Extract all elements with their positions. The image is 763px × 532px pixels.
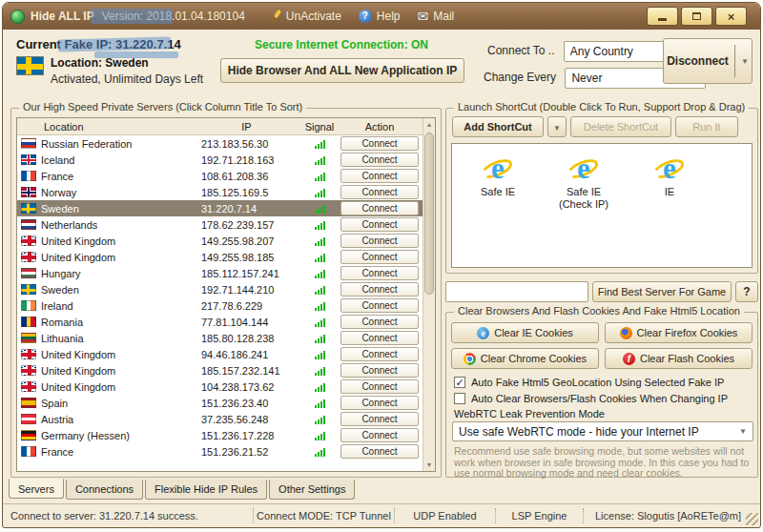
- ie-icon: e: [477, 327, 489, 339]
- shortcut-item[interactable]: eIE: [633, 153, 706, 198]
- location-text: France: [41, 446, 73, 458]
- table-row[interactable]: France108.61.208.36Connect: [17, 168, 435, 184]
- vertical-scrollbar[interactable]: ▲ ▼: [423, 118, 435, 471]
- connect-button[interactable]: Connect: [340, 234, 419, 248]
- shortcut-buttons: Add ShortCut ▼ Delete ShortCut Run It: [452, 116, 738, 137]
- connect-button[interactable]: Connect: [340, 136, 419, 151]
- table-row[interactable]: Sweden192.71.144.210Connect: [17, 281, 435, 297]
- connect-button[interactable]: Connect: [340, 396, 419, 410]
- connect-button[interactable]: Connect: [340, 298, 419, 313]
- resize-grip-icon[interactable]: [746, 513, 758, 525]
- tab-other-settings[interactable]: Other Settings: [269, 480, 355, 500]
- maximize-button[interactable]: [681, 7, 712, 26]
- clear-firefox-cookies-button[interactable]: Clear Firefox Cookies: [605, 322, 753, 343]
- find-best-server-button[interactable]: Find Best Server For Game: [592, 281, 732, 302]
- connect-button[interactable]: Connect: [340, 363, 419, 378]
- tab-connections[interactable]: Connections: [66, 480, 143, 500]
- checkbox-1[interactable]: [454, 393, 465, 404]
- shortcut-list-area[interactable]: eSafe IEeSafe IE (Check IP)eIE: [451, 143, 753, 268]
- scroll-down-icon[interactable]: ▼: [423, 459, 435, 471]
- help-question-button[interactable]: ?: [735, 281, 758, 302]
- status-segment-2: UDP Enabled: [394, 508, 495, 523]
- scroll-up-icon[interactable]: ▲: [423, 118, 435, 131]
- location-text: Sweden: [41, 203, 79, 215]
- connect-button[interactable]: Connect: [340, 169, 419, 183]
- connect-button[interactable]: Connect: [340, 331, 419, 345]
- connect-button[interactable]: Connect: [340, 153, 419, 167]
- unactivate-menu-item[interactable]: UnActivate: [270, 10, 341, 23]
- table-row[interactable]: Ireland217.78.6.229Connect: [17, 297, 435, 314]
- table-row[interactable]: Germany (Hessen)151.236.17.228Connect: [17, 427, 435, 443]
- connect-button[interactable]: Connect: [340, 217, 419, 232]
- table-header-row: LocationIPSignalAction: [17, 118, 423, 135]
- scrollbar-thumb[interactable]: [424, 133, 434, 295]
- help-menu-item[interactable]: ? Help: [359, 10, 401, 23]
- tab-servers[interactable]: Servers: [9, 479, 64, 499]
- minimize-button[interactable]: [647, 7, 678, 26]
- help-icon: ?: [359, 10, 372, 23]
- table-row[interactable]: United Kingdom185.157.232.141Connect: [17, 362, 435, 379]
- tab-flexible-hide-ip-rules[interactable]: Flexible Hide IP Rules: [145, 480, 267, 500]
- table-row[interactable]: France151.236.21.52Connect: [17, 443, 435, 460]
- ie-letter: e: [482, 153, 514, 184]
- checkbox-0[interactable]: ✓: [454, 377, 465, 388]
- webrtc-mode-dropdown[interactable]: Use safe WebRTC mode - hide your Interne…: [452, 421, 753, 441]
- disconnect-button[interactable]: Disconnect ▼: [663, 38, 753, 84]
- add-shortcut-button[interactable]: Add ShortCut: [452, 116, 544, 137]
- table-row[interactable]: Hungary185.112.157.241Connect: [17, 265, 435, 281]
- table-row[interactable]: Russian Federation213.183.56.30Connect: [17, 135, 435, 152]
- table-row[interactable]: United Kingdom94.46.186.241Connect: [17, 346, 435, 362]
- connect-button[interactable]: Connect: [340, 347, 419, 361]
- connect-button[interactable]: Connect: [340, 250, 419, 264]
- game-server-input[interactable]: [445, 281, 588, 302]
- action-cell: Connect: [338, 396, 422, 410]
- country-flag-icon: [21, 398, 36, 408]
- cookie-checkboxes: ✓Auto Fake Html5 GeoLocation Using Selec…: [454, 374, 728, 406]
- table-row[interactable]: Iceland192.71.218.163Connect: [17, 152, 435, 168]
- mail-menu-item[interactable]: ✉ Mail: [418, 10, 455, 23]
- location-text: United Kingdom: [41, 365, 115, 377]
- column-header-ip[interactable]: IP: [192, 121, 301, 133]
- add-shortcut-dropdown-button[interactable]: ▼: [547, 116, 567, 137]
- ie-letter: e: [567, 153, 600, 184]
- table-row[interactable]: Romania77.81.104.144Connect: [17, 314, 435, 330]
- connect-button[interactable]: Connect: [340, 412, 419, 426]
- table-row[interactable]: United Kingdom149.255.98.207Connect: [17, 233, 435, 249]
- table-row[interactable]: United Kingdom149.255.98.185Connect: [17, 249, 435, 265]
- table-row[interactable]: Norway185.125.169.5Connect: [17, 184, 435, 200]
- connect-button[interactable]: Connect: [340, 185, 419, 199]
- connect-button[interactable]: Connect: [340, 444, 419, 459]
- location-cell: Romania: [17, 317, 192, 328]
- table-row[interactable]: Netherlands178.62.239.157Connect: [17, 216, 435, 233]
- shortcut-item[interactable]: eSafe IE: [462, 153, 534, 198]
- table-row[interactable]: United Kingdom104.238.173.62Connect: [17, 379, 435, 395]
- location-cell: Iceland: [17, 154, 192, 166]
- hide-browser-button[interactable]: Hide Browser And ALL New Application IP: [220, 58, 464, 83]
- table-row[interactable]: Sweden31.220.7.14Connect: [17, 200, 435, 216]
- clear-chrome-cookies-button[interactable]: Clear Chrome Cookies: [451, 348, 599, 369]
- column-header-signal[interactable]: Signal: [301, 121, 338, 133]
- connect-button[interactable]: Connect: [340, 282, 419, 297]
- signal-bars-icon: [315, 172, 325, 181]
- location-text: Lithuania: [41, 333, 84, 344]
- change-every-label: Change Every: [484, 71, 556, 84]
- delete-shortcut-button[interactable]: Delete ShortCut: [570, 116, 671, 137]
- table-row[interactable]: Austria37.235.56.248Connect: [17, 411, 435, 427]
- connect-button[interactable]: Connect: [340, 428, 419, 442]
- location-cell: United Kingdom: [17, 365, 192, 377]
- connect-button[interactable]: Connect: [340, 201, 419, 215]
- shortcut-item[interactable]: eSafe IE (Check IP): [547, 153, 620, 211]
- run-shortcut-button[interactable]: Run It: [675, 116, 738, 137]
- column-header-location[interactable]: Location: [17, 121, 192, 133]
- connect-button[interactable]: Connect: [340, 266, 419, 280]
- servers-group-title: Our High Speed Private Servers (Click Co…: [19, 101, 306, 113]
- connect-button[interactable]: Connect: [340, 315, 419, 329]
- clear-flash-cookies-button[interactable]: fClear Flash Cookies: [605, 348, 753, 369]
- clear-ie-cookies-button[interactable]: eClear IE Cookies: [451, 322, 599, 343]
- column-header-action[interactable]: Action: [338, 121, 422, 133]
- activation-status: Activated, Unlimited Days Left: [51, 72, 203, 86]
- table-row[interactable]: Spain151.236.23.40Connect: [17, 395, 435, 411]
- close-button[interactable]: ×: [715, 7, 747, 26]
- connect-button[interactable]: Connect: [340, 379, 419, 394]
- table-row[interactable]: Lithuania185.80.128.238Connect: [17, 330, 435, 346]
